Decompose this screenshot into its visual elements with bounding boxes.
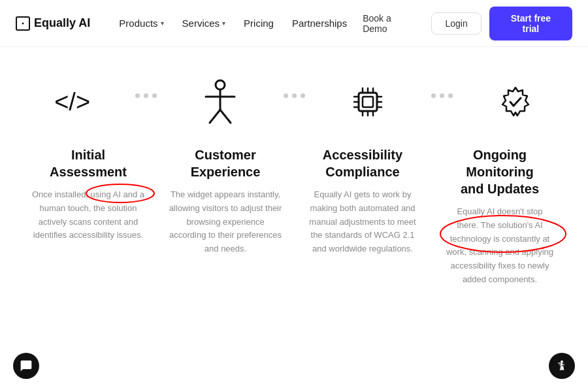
svg-point-20 (440, 216, 566, 252)
nav-pricing[interactable]: Pricing (236, 12, 282, 34)
step-icon-initial-assessment: </> (16, 78, 129, 125)
dots-1 (129, 93, 163, 98)
products-chevron-icon: ▾ (161, 20, 164, 27)
start-trial-button[interactable]: Start free trial (489, 7, 572, 41)
navbar: ▪ Equally AI Products ▾ Services ▾ Prici… (0, 0, 588, 47)
chip-icon (351, 85, 385, 119)
code-brackets-icon: </> (54, 78, 90, 125)
highlight-using-ai: using AI and (91, 188, 138, 202)
svg-rect-5 (359, 93, 377, 111)
dot-icon (301, 93, 305, 98)
dot-icon (440, 93, 444, 98)
services-chevron-icon: ▾ (222, 20, 225, 27)
chat-icon (20, 359, 33, 372)
card-desc-ongoing-monitoring: Equally AI doesn't stop there. The solut… (442, 205, 558, 287)
dots-2 (277, 93, 312, 98)
card-accessibility-compliance: AccessibilityCompliance Equally AI gets … (294, 146, 431, 287)
logo-icon: ▪ (16, 16, 30, 31)
cards-row: InitialAssessment Once installed, using … (16, 146, 572, 287)
card-customer-experience: CustomerExperience The widget appears in… (157, 146, 294, 287)
nav-services[interactable]: Services ▾ (174, 12, 234, 34)
services-label: Services (182, 18, 220, 29)
book-demo-button[interactable]: Book a Demo (355, 8, 423, 39)
svg-line-4 (220, 110, 231, 123)
card-title-accessibility-compliance: AccessibilityCompliance (304, 146, 421, 180)
dot-icon (135, 93, 140, 98)
login-button[interactable]: Login (431, 12, 481, 35)
dot-icon (431, 93, 436, 98)
card-ongoing-monitoring: OngoingMonitoringand Updates Equally AI … (431, 146, 568, 287)
nav-actions: Book a Demo Login Start free trial (355, 7, 572, 41)
step-icon-ongoing-monitoring (459, 85, 572, 119)
checkmark-badge-icon (498, 85, 532, 119)
dot-icon (292, 93, 297, 98)
svg-rect-6 (363, 97, 373, 107)
card-title-customer-experience: CustomerExperience (167, 146, 284, 180)
step-icon-customer-experience (163, 78, 276, 125)
dots-3 (425, 93, 459, 98)
steps-icons-row: </> (16, 78, 572, 125)
dot-icon (448, 93, 453, 98)
logo[interactable]: ▪ Equally AI (16, 16, 90, 31)
card-desc-initial-assessment: Once installed, using AI and a human tou… (30, 188, 146, 242)
products-label: Products (119, 18, 157, 29)
red-circle-1 (84, 183, 156, 204)
red-circle-2 (438, 214, 568, 254)
highlight-solution-ai: there. The solution's AI technology is c… (442, 219, 558, 246)
chat-fab-button[interactable] (13, 353, 39, 379)
card-title-ongoing-monitoring: OngoingMonitoringand Updates (442, 146, 558, 197)
accessibility-icon (555, 359, 568, 372)
nav-products[interactable]: Products ▾ (111, 12, 171, 34)
dot-icon (152, 93, 157, 98)
accessibility-fab-button[interactable] (549, 353, 575, 379)
card-desc-customer-experience: The widget appears instantly, allowing v… (167, 188, 284, 256)
main-content: </> (0, 47, 588, 287)
svg-point-0 (216, 80, 225, 90)
card-desc-accessibility-compliance: Equally AI gets to work by making both a… (304, 188, 421, 256)
logo-text: Equally AI (34, 16, 90, 30)
svg-point-19 (86, 184, 154, 203)
partnerships-label: Partnerships (292, 18, 347, 29)
svg-line-3 (210, 110, 220, 123)
dot-icon (144, 93, 148, 98)
pricing-label: Pricing (244, 18, 274, 29)
dot-icon (284, 93, 288, 98)
nav-partnerships[interactable]: Partnerships (284, 12, 355, 34)
step-icon-accessibility-compliance (312, 85, 425, 119)
card-title-initial-assessment: InitialAssessment (30, 146, 146, 180)
card-initial-assessment: InitialAssessment Once installed, using … (20, 146, 157, 287)
nav-links: Products ▾ Services ▾ Pricing Partnershi… (111, 12, 355, 34)
person-icon (203, 78, 237, 125)
